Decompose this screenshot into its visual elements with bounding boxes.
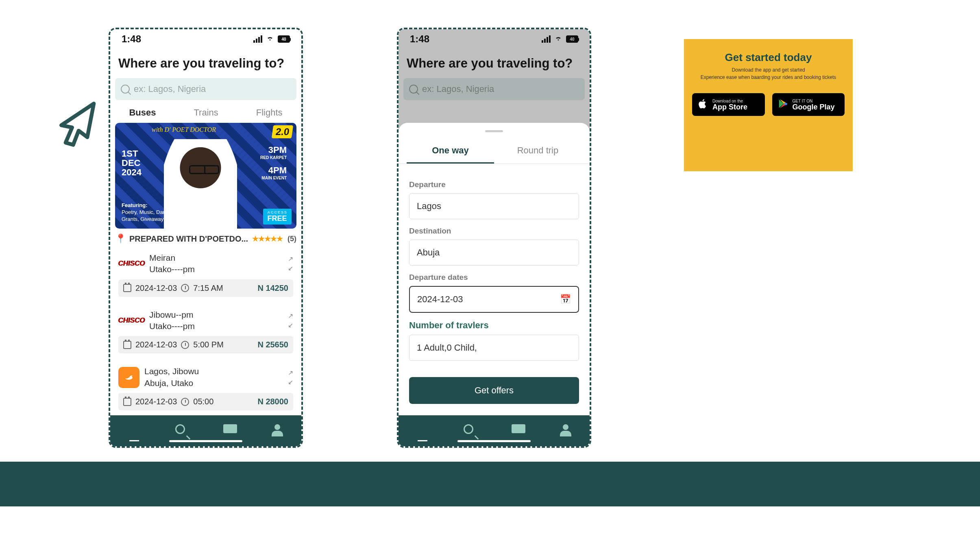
bird-icon	[123, 372, 135, 383]
route-to: Utako----pm	[149, 264, 195, 275]
promo-time2: 4PMMAIN EVENT	[261, 165, 287, 180]
promo-banner[interactable]: with D' POET DOCTOR 2.0 1ST DEC 2024 3PM…	[115, 123, 296, 229]
promo-date-month: DEC	[122, 158, 142, 168]
promo-access-badge: FREE	[263, 209, 292, 225]
app-store-button[interactable]: Download on theApp Store	[692, 93, 765, 116]
tab-trains[interactable]: Trains	[194, 107, 218, 118]
home-indicator	[457, 440, 531, 442]
wifi-icon	[554, 34, 563, 44]
page-title: Where are you traveling to?	[110, 49, 301, 78]
calendar-icon	[123, 398, 131, 406]
nav-home-icon[interactable]	[128, 424, 141, 437]
glasses-icon	[189, 165, 219, 174]
search-placeholder: ex: Lagos, Nigeria	[422, 84, 494, 94]
google-play-button[interactable]: GET IT ONGoogle Play	[772, 93, 845, 116]
tab-one-way[interactable]: One way	[407, 139, 494, 164]
promo-tag: 2.0	[271, 125, 293, 138]
route-from: Jibowu--pm	[149, 309, 195, 321]
nav-search-icon[interactable]	[175, 424, 188, 437]
page-title: Where are you traveling to?	[399, 49, 590, 78]
label-destination: Destination	[409, 227, 579, 236]
route-price: N 14250	[257, 284, 288, 293]
route-item[interactable]: CHISCO Jibowu--pm Utako----pm ↗↙ 2024-12…	[113, 305, 298, 358]
get-offers-button[interactable]: Get offers	[409, 377, 579, 404]
route-time: 7:15 AM	[193, 284, 223, 293]
operator-logo: CHISCO	[118, 257, 144, 270]
nav-ticket-icon[interactable]	[512, 424, 525, 437]
route-price: N 28000	[257, 397, 288, 406]
calendar-icon: 📅	[560, 294, 571, 305]
route-time: 05:00	[193, 397, 213, 406]
promo-subtitle: with D' POET DOCTOR	[152, 126, 216, 133]
destination-field[interactable]: Abuja	[409, 240, 579, 266]
search-icon	[409, 85, 418, 94]
status-time: 1:48	[122, 33, 141, 45]
nav-home-icon[interactable]	[416, 424, 429, 437]
route-date: 2024-12-03	[135, 284, 177, 293]
rating-count: (5)	[287, 235, 296, 243]
route-date: 2024-12-03	[135, 397, 177, 406]
status-bar: 1:48 40	[399, 29, 590, 49]
card-subtitle: Download the app and get started Experie…	[692, 66, 845, 81]
status-time: 1:48	[410, 33, 429, 45]
operator-logo	[118, 367, 139, 388]
home-indicator	[169, 440, 242, 442]
search-input[interactable]: ex: Lagos, Nigeria	[115, 78, 296, 100]
promo-date-day: 1ST	[122, 149, 142, 158]
google-play-icon	[777, 98, 788, 111]
search-placeholder: ex: Lagos, Nigeria	[134, 84, 206, 94]
signal-icon	[542, 35, 551, 43]
promo-time1: 3PMRED KARPET	[260, 145, 287, 160]
nav-search-icon[interactable]	[464, 424, 477, 437]
date-value: 2024-12-03	[417, 294, 463, 305]
calendar-icon	[123, 284, 131, 292]
status-bar: 1:48 40	[110, 29, 301, 49]
phone-search-sheet: 1:48 40 Where are you traveling to? ex: …	[397, 28, 591, 448]
search-input[interactable]: ex: Lagos, Nigeria	[403, 78, 585, 100]
tab-round-trip[interactable]: Round trip	[494, 139, 581, 164]
route-from: Meiran	[149, 252, 195, 264]
promo-featuring: Featuring:Poetry, Music, Dance, Grants, …	[122, 202, 183, 223]
calendar-icon	[123, 341, 131, 349]
expand-arrows-icon: ↗↙	[288, 255, 293, 272]
event-title-row[interactable]: 📍 PREPARED WITH D'POETDO... ★★★★★ (5)	[115, 233, 296, 244]
route-item[interactable]: CHISCO Meiran Utako----pm ↗↙ 2024-12-03 …	[113, 248, 298, 301]
tab-flights[interactable]: Flights	[256, 107, 283, 118]
promo-date: 1ST DEC 2024	[122, 149, 142, 177]
route-from: Lagos, Jibowu	[144, 366, 199, 377]
route-time: 5:00 PM	[193, 340, 223, 349]
cursor-arrow-icon	[45, 99, 102, 148]
card-title: Get started today	[692, 51, 845, 64]
promo-date-year: 2024	[122, 168, 142, 177]
clock-icon	[181, 341, 189, 349]
nav-profile-icon[interactable]	[271, 424, 284, 437]
grabber-handle[interactable]	[485, 130, 503, 132]
label-departure: Departure	[409, 180, 579, 189]
route-to: Utako----pm	[149, 321, 195, 332]
search-icon	[121, 85, 130, 94]
travelers-field[interactable]: 1 Adult,0 Child,	[409, 335, 579, 361]
trip-sheet: One way Round trip Departure Lagos Desti…	[399, 123, 590, 415]
label-dates: Departure dates	[409, 273, 579, 282]
apple-icon	[697, 98, 708, 111]
nav-ticket-icon[interactable]	[223, 424, 236, 437]
battery-icon: 40	[278, 35, 290, 43]
transport-tabs: Buses Trains Flights	[110, 100, 301, 123]
route-date: 2024-12-03	[135, 340, 177, 349]
trip-type-tabs: One way Round trip	[399, 139, 590, 164]
get-started-card: Get started today Download the app and g…	[684, 39, 853, 171]
date-field[interactable]: 2024-12-03 📅	[409, 286, 579, 313]
phone-home: 1:48 40 Where are you traveling to? ex: …	[109, 28, 303, 448]
location-pin-icon: 📍	[115, 233, 126, 244]
route-item[interactable]: Lagos, Jibowu Abuja, Utako ↗↙ 2024-12-03…	[113, 362, 298, 414]
tab-buses[interactable]: Buses	[129, 107, 156, 118]
expand-arrows-icon: ↗↙	[288, 369, 293, 386]
nav-profile-icon[interactable]	[559, 424, 572, 437]
footer-strip	[0, 462, 980, 506]
departure-field[interactable]: Lagos	[409, 193, 579, 219]
clock-icon	[181, 398, 189, 406]
operator-logo: CHISCO	[118, 314, 144, 327]
rating-stars-icon: ★★★★★	[252, 234, 283, 243]
label-travelers: Number of travlers	[409, 320, 579, 331]
clock-icon	[181, 284, 189, 292]
